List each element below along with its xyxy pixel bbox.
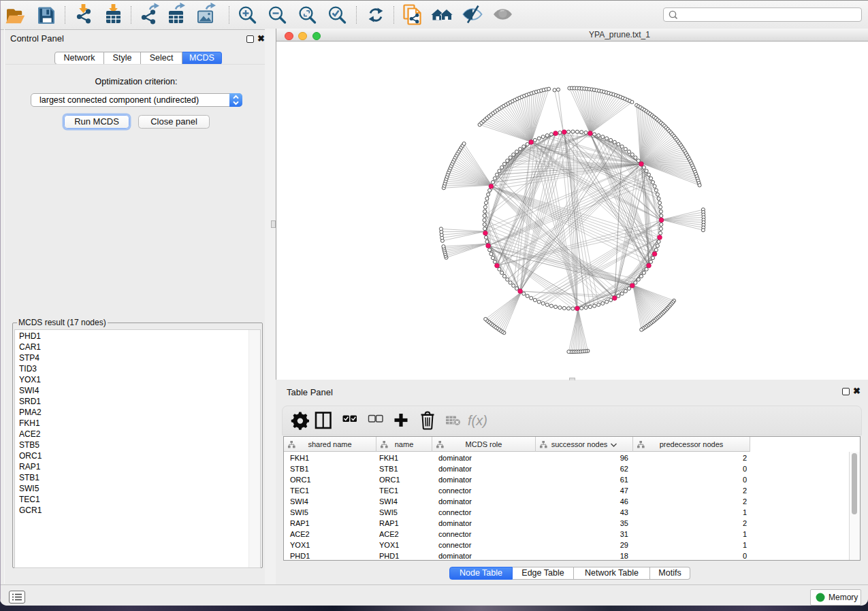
svg-text:f(x): f(x) (468, 413, 487, 428)
